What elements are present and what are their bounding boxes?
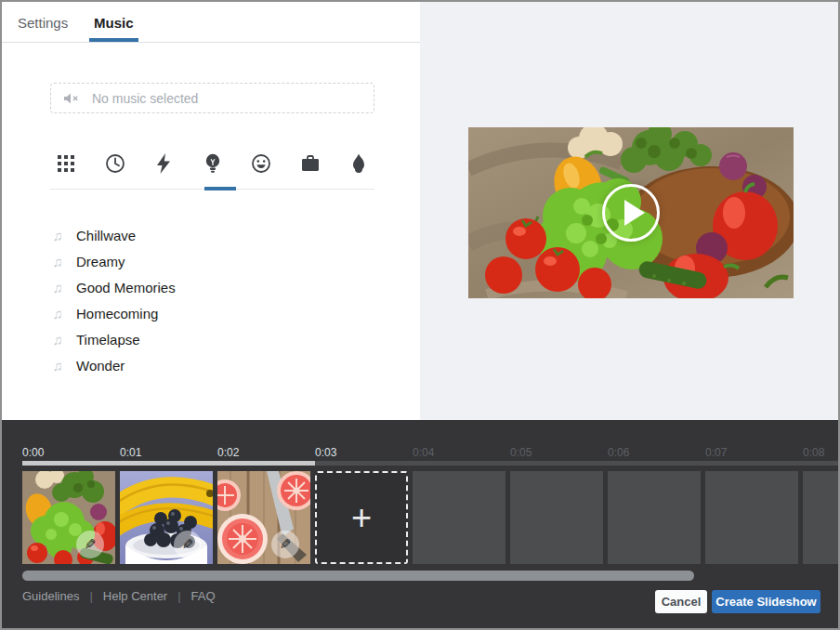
category-bolt-icon[interactable]: [148, 148, 179, 179]
tab-settings[interactable]: Settings: [18, 15, 68, 31]
link-separator: |: [177, 589, 180, 603]
track-label: Wonder: [76, 358, 125, 374]
timeline-tick: 0:01: [120, 446, 141, 459]
plus-icon: +: [351, 500, 372, 535]
tab-bar: Settings Music: [2, 2, 420, 43]
music-note-icon: ♫: [50, 280, 65, 295]
edit-slide-button[interactable]: ✎: [174, 531, 202, 558]
slide-thumbnail-vegetables[interactable]: ✎: [22, 471, 115, 564]
muted-speaker-icon: [63, 92, 80, 105]
slide-thumbnail-grapefruit[interactable]: ✎: [217, 471, 310, 564]
add-photo-tile[interactable]: +: [315, 471, 408, 564]
timeline-track-filled: [22, 461, 315, 466]
no-music-selected-box: No music selected: [50, 83, 374, 113]
music-category-tabs: [50, 141, 374, 186]
footer-links: Guidelines | Help Center | FAQ: [22, 589, 216, 603]
music-note-icon: ♫: [50, 332, 65, 348]
timeline-tick: 0:05: [510, 446, 532, 459]
play-button[interactable]: [602, 184, 660, 242]
timeline-tick: 0:08: [803, 446, 824, 459]
pencil-icon: ✎: [85, 536, 97, 553]
timeline-scrollbar[interactable]: [22, 571, 694, 581]
track-label: Chillwave: [76, 228, 136, 243]
empty-slide-slot: [413, 471, 505, 564]
empty-slide-slot: [510, 471, 603, 564]
timeline-track-remaining: [315, 461, 840, 466]
help-center-link[interactable]: Help Center: [103, 589, 167, 603]
empty-slide-slot: [608, 471, 701, 564]
timeline-tick: 0:00: [22, 446, 44, 459]
music-settings-panel: Settings Music No music selected: [2, 2, 420, 420]
tab-music[interactable]: Music: [94, 15, 134, 31]
track-label: Timelapse: [76, 332, 140, 348]
category-lightbulb-icon[interactable]: [197, 148, 229, 179]
create-slideshow-button[interactable]: Create Slideshow: [712, 590, 820, 613]
pencil-icon: ✎: [182, 536, 194, 553]
music-track-chillwave[interactable]: ♫ Chillwave: [50, 222, 329, 248]
edit-slide-button[interactable]: ✎: [271, 531, 299, 558]
category-grid-icon[interactable]: [50, 148, 82, 179]
music-note-icon: ♫: [50, 228, 65, 243]
music-note-icon: ♫: [50, 306, 65, 322]
empty-slide-slot: [705, 471, 798, 564]
play-icon: [624, 200, 645, 226]
timeline-tick: 0:06: [608, 446, 629, 459]
music-track-wonder[interactable]: ♫ Wonder: [50, 352, 329, 378]
edit-slide-button[interactable]: ✎: [76, 531, 104, 558]
pencil-icon: ✎: [280, 536, 292, 553]
active-tab-underline: [89, 38, 138, 42]
create-slideshow-dialog: Settings Music No music selected: [0, 0, 840, 630]
music-track-homecoming[interactable]: ♫ Homecoming: [50, 300, 329, 326]
music-note-icon: ♫: [50, 358, 65, 374]
track-label: Homecoming: [76, 306, 158, 322]
cancel-button[interactable]: Cancel: [655, 590, 707, 613]
link-separator: |: [89, 589, 92, 603]
guidelines-link[interactable]: Guidelines: [22, 589, 79, 603]
timeline-tick: 0:02: [217, 446, 239, 459]
no-music-placeholder: No music selected: [92, 91, 198, 106]
category-clock-icon[interactable]: [99, 148, 131, 179]
timeline-tick: 0:03: [315, 446, 336, 459]
category-flame-icon[interactable]: [343, 148, 374, 179]
music-note-icon: ♫: [50, 254, 65, 269]
faq-link[interactable]: FAQ: [191, 589, 216, 603]
preview-panel: [420, 2, 840, 420]
timeline-tick: 0:07: [705, 446, 727, 459]
track-label: Dreamy: [76, 254, 125, 269]
video-preview[interactable]: [468, 127, 794, 298]
music-track-timelapse[interactable]: ♫ Timelapse: [50, 326, 329, 352]
selected-category-underline: [204, 187, 236, 190]
music-track-dreamy[interactable]: ♫ Dreamy: [50, 248, 329, 274]
track-label: Good Memories: [76, 280, 176, 295]
empty-slide-slot: [803, 471, 840, 564]
music-track-good-memories[interactable]: ♫ Good Memories: [50, 274, 329, 300]
slide-thumbnail-bananas-blueberries[interactable]: ✎: [120, 471, 213, 564]
category-briefcase-icon[interactable]: [295, 148, 326, 179]
timeline-tick: 0:04: [413, 446, 434, 459]
timeline-panel: 0:00 0:01 0:02 0:03 0:04 0:05 0:06 0:07 …: [2, 420, 840, 630]
category-smiley-icon[interactable]: [245, 148, 277, 179]
